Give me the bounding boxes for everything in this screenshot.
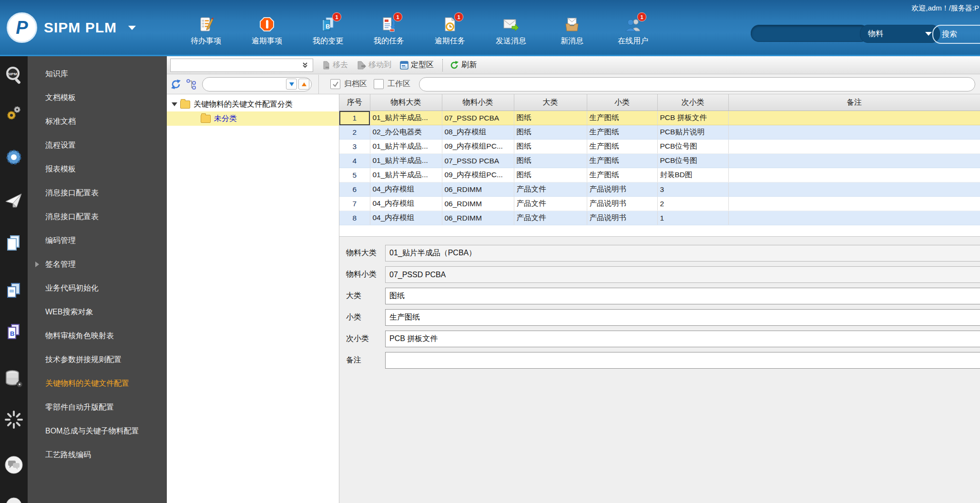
search-category-select[interactable]: 物料 <box>860 25 940 43</box>
col-header-sub-minor[interactable]: 次小类 <box>657 94 728 111</box>
cell[interactable]: 04_内存模组 <box>370 182 442 197</box>
move-to-button[interactable]: 移动到 <box>357 60 391 70</box>
refresh-button[interactable]: 刷新 <box>449 60 477 70</box>
cell[interactable]: 产品文件 <box>514 211 587 225</box>
tree-root-node[interactable]: 关键物料的关键文件配置分类 <box>167 97 339 111</box>
locate-up-button[interactable] <box>298 79 309 90</box>
sidebar-item-auto-revision-config[interactable]: 零部件自动升版配置 <box>28 395 167 419</box>
sidebar-item-signature-management[interactable]: 签名管理 <box>28 252 167 276</box>
cell[interactable]: 01_贴片半成品... <box>370 168 442 182</box>
sidebar-item-workflow-settings[interactable]: 流程设置 <box>28 133 167 157</box>
cell[interactable] <box>728 182 980 197</box>
work-area-checkbox[interactable] <box>374 79 384 89</box>
cell-seq[interactable]: 1 <box>339 111 370 125</box>
col-header-material-major[interactable]: 物料大类 <box>370 94 442 111</box>
cell[interactable] <box>728 154 980 168</box>
business-docs-icon[interactable] <box>5 282 23 300</box>
cell[interactable]: 图纸 <box>514 111 587 125</box>
cell[interactable]: 生产图纸 <box>587 140 657 154</box>
sidebar-item-standard-doc[interactable]: 标准文档 <box>28 110 167 133</box>
paper-plane-icon[interactable] <box>4 191 23 210</box>
cell[interactable]: 01_贴片半成品... <box>370 140 442 154</box>
cell[interactable]: 产品说明书 <box>587 211 657 225</box>
cell[interactable]: 生产图纸 <box>587 154 657 168</box>
cell[interactable]: 产品说明书 <box>587 197 657 211</box>
toolbar-item-my-tasks[interactable]: 1 我的任务 <box>358 14 419 46</box>
table-row[interactable]: 5 01_贴片半成品... 09_内存模组PC... 图纸 生产图纸 封装BD图 <box>339 168 980 182</box>
cell[interactable]: 06_RDIMM <box>442 182 514 197</box>
cell[interactable]: 图纸 <box>514 125 587 140</box>
table-row[interactable]: 1 01_贴片半成品... 07_PSSD PCBA 图纸 生产图纸 PCB 拼… <box>339 111 980 125</box>
tree-expanded-caret-icon[interactable] <box>172 102 177 106</box>
cell[interactable]: 生产图纸 <box>587 168 657 182</box>
table-row[interactable]: 4 01_贴片半成品... 07_PSSD PCBA 图纸 生产图纸 PCB位号… <box>339 154 980 168</box>
cell[interactable]: 3 <box>657 182 728 197</box>
cell[interactable]: PCB贴片说明 <box>657 125 728 140</box>
cell-seq[interactable]: 8 <box>339 211 370 225</box>
cell[interactable]: 06_RDIMM <box>442 211 514 225</box>
cell-seq[interactable]: 3 <box>339 140 370 154</box>
cell-seq[interactable]: 7 <box>339 197 370 211</box>
cell[interactable]: 07_PSSD PCBA <box>442 111 514 125</box>
table-row[interactable]: 7 04_内存模组 06_RDIMM 产品文件 产品说明书 2 <box>339 197 980 211</box>
cell-seq[interactable]: 2 <box>339 125 370 140</box>
cell[interactable]: 09_内存模组PC... <box>442 140 514 154</box>
cell-seq[interactable]: 5 <box>339 168 370 182</box>
sidebar-item-code-management[interactable]: 编码管理 <box>28 229 167 252</box>
gears-icon[interactable] <box>5 105 22 122</box>
toolbar-item-online-users[interactable]: 1 在线用户 <box>602 14 664 46</box>
archive-area-checkbox[interactable] <box>330 79 340 89</box>
sidebar-item-message-interface-2[interactable]: 消息接口配置表 <box>28 205 167 229</box>
cell[interactable]: 08_内存模组 <box>442 125 514 140</box>
col-header-material-minor[interactable]: 物料小类 <box>442 94 514 111</box>
global-search-input[interactable] <box>751 25 869 42</box>
cell[interactable]: 1 <box>657 211 728 225</box>
cell[interactable]: 04_内存模组 <box>370 197 442 211</box>
tree-filter-combobox[interactable] <box>170 59 313 72</box>
cell[interactable]: PCB 拼板文件 <box>657 111 728 125</box>
cell-seq[interactable]: 6 <box>339 182 370 197</box>
toolbar-item-overdue-items[interactable]: 逾期事项 <box>236 14 297 46</box>
toolbar-item-todo[interactable]: 待办事项 <box>175 14 236 46</box>
cell[interactable]: PCB位号图 <box>657 154 728 168</box>
col-header-minor[interactable]: 小类 <box>587 94 657 111</box>
tree-node-unclassified[interactable]: 未分类 <box>167 111 339 126</box>
table-row[interactable]: 6 04_内存模组 06_RDIMM 产品文件 产品说明书 3 <box>339 182 980 197</box>
remark-field[interactable] <box>385 352 980 369</box>
tree-refresh-icon[interactable] <box>171 79 181 90</box>
cell[interactable]: 产品文件 <box>514 197 587 211</box>
cell[interactable]: 生产图纸 <box>587 125 657 140</box>
sidebar-item-message-interface-1[interactable]: 消息接口配置表 <box>28 181 167 205</box>
cell[interactable]: 07_PSSD PCBA <box>442 154 514 168</box>
cell[interactable]: 图纸 <box>514 154 587 168</box>
filter-input[interactable] <box>419 77 975 91</box>
col-header-major[interactable]: 大类 <box>514 94 587 111</box>
cell[interactable]: 02_办公电器类 <box>370 125 442 140</box>
material-major-field[interactable]: 01_贴片半成品（PCBA） <box>385 245 980 262</box>
col-header-remark[interactable]: 备注 <box>728 94 980 111</box>
cell[interactable]: 图纸 <box>514 140 587 154</box>
sidebar-item-key-material-file-config[interactable]: 关键物料的关键文件配置 <box>28 372 167 395</box>
expand-caret-icon[interactable] <box>35 262 39 267</box>
sub-minor-field[interactable]: PCB 拼板文件 <box>385 331 980 347</box>
sipm-search-icon[interactable]: SIPM <box>4 66 24 86</box>
sidebar-item-report-template[interactable]: 报表模板 <box>28 157 167 181</box>
org-tree-icon[interactable] <box>186 79 197 90</box>
sidebar-item-knowledge-base[interactable]: 知识库 <box>28 62 167 86</box>
cell[interactable]: 生产图纸 <box>587 111 657 125</box>
cell[interactable]: 01_贴片半成品... <box>370 111 442 125</box>
locate-down-button[interactable] <box>286 79 297 90</box>
finalized-area-button[interactable]: 定型区 <box>400 60 434 70</box>
cell-seq[interactable]: 4 <box>339 154 370 168</box>
sidebar-item-tech-param-rule-config[interactable]: 技术参数拼接规则配置 <box>28 348 167 372</box>
cell[interactable]: PCB位号图 <box>657 140 728 154</box>
cell[interactable]: 06_RDIMM <box>442 197 514 211</box>
toolbar-item-send-message[interactable]: 发送消息 <box>480 14 541 46</box>
sidebar-item-bom-key-submaterial-config[interactable]: BOM总成与关键子物料配置 <box>28 419 167 443</box>
material-minor-field[interactable]: 07_PSSD PCBA <box>385 266 980 283</box>
database-config-icon[interactable] <box>4 369 24 389</box>
toolbar-item-my-changes[interactable]: B 1 我的变更 <box>297 14 358 46</box>
cell[interactable]: 2 <box>657 197 728 211</box>
major-field[interactable]: 图纸 <box>385 288 980 304</box>
search-button[interactable]: 搜索 <box>932 25 980 44</box>
